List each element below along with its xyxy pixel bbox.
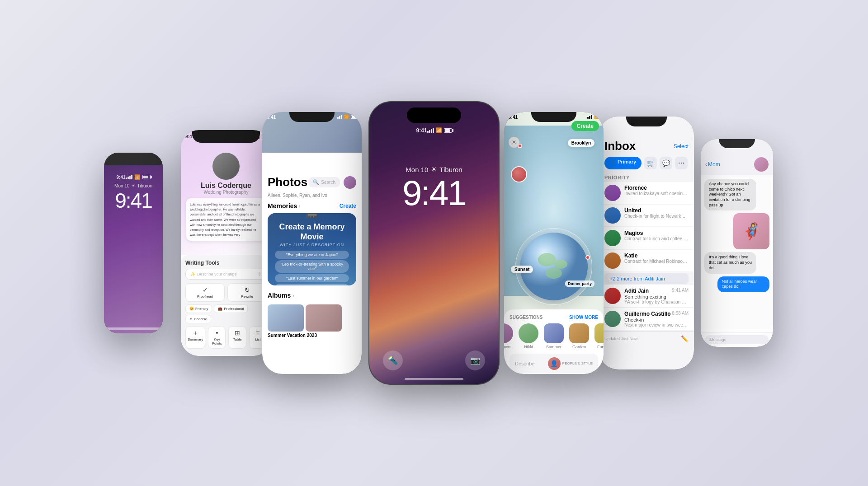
tag-concise[interactable]: ✦ Concise	[185, 315, 211, 323]
florence-avatar	[604, 185, 621, 201]
person-avatar	[212, 153, 240, 180]
maps-search-bar[interactable]: Describe 👤 PEOPLE & STYLE	[509, 354, 598, 374]
carmen-avatar-img	[504, 323, 513, 343]
leftmost-screen: 9:41 📶 Mon 10 ☀ Tiburon	[104, 153, 163, 333]
more-messages[interactable]: +2 2 more from Aditi Jain	[604, 273, 689, 284]
maps-person-avatar	[511, 166, 527, 182]
mail-item-katie[interactable]: Katie Contract for Michael Robinson's bo…	[599, 250, 694, 272]
tab-message[interactable]: 💬	[660, 157, 672, 169]
svg-point-2	[554, 260, 567, 269]
messages-screen: ‹ Mom Any chance you could come to Chico…	[701, 139, 773, 347]
tab-cart[interactable]: 🛒	[644, 157, 657, 169]
sun-icon: ☀	[131, 183, 135, 188]
rewrite-button[interactable]: ↻ Rewrite	[227, 283, 267, 302]
album-thumb-1	[268, 304, 304, 332]
wifi-icon: 📶	[134, 174, 141, 180]
album-thumbnails	[268, 303, 356, 332]
memory-input[interactable]: ✨ Describe a Memory...	[275, 284, 349, 285]
camera-button[interactable]: 📷	[465, 350, 485, 370]
imessage-input[interactable]: iMessage	[705, 335, 769, 344]
lock-date-row: Mon 10 ☀ Tiburon	[406, 165, 462, 173]
katie-avatar	[604, 252, 621, 269]
albums-header: Albums ›	[262, 290, 362, 301]
maps-create-button[interactable]: Create	[571, 121, 599, 131]
avatar-nikki: Nikki	[519, 323, 538, 349]
maps-close-button[interactable]: ✕	[509, 137, 519, 148]
phone-center: 9:41 📶 Mon 10 ☀ Tiburon 9:41	[368, 101, 500, 385]
back-label: Mom	[708, 161, 720, 168]
keypoints-button[interactable]: • Key Points	[208, 326, 226, 349]
katie-name: Katie	[624, 252, 689, 259]
status-icons: 📶	[126, 174, 151, 180]
phone-writing: 9:41 📶 Luis Coderque Wedding Photography…	[181, 130, 271, 356]
summer-label: Summer	[546, 345, 561, 349]
show-more-button[interactable]: SHOW MORE	[569, 315, 598, 320]
lock-time: 9:41	[402, 175, 466, 210]
status-icons: 📶	[427, 127, 452, 133]
back-button[interactable]: ‹ Mom	[705, 161, 720, 168]
tag-friendly[interactable]: 😊 Friendly	[185, 304, 212, 313]
message-2: It's a good thing I love that cat as muc…	[704, 252, 756, 273]
florence-subject: Invited to izakaya soft opening by Flore…	[624, 191, 689, 196]
mail-item-aditi[interactable]: Aditi Jain 9:41 AM Something exciting YA…	[599, 285, 694, 308]
create-memories-button[interactable]: Create	[340, 203, 356, 209]
guillermo-content: Guillermo Castillo 8:58 AM Check-in Next…	[624, 311, 689, 327]
magios-name: Magios	[624, 230, 689, 236]
proofread-button[interactable]: ✓ Proofread	[185, 283, 225, 302]
wifi-icon: 📶	[344, 115, 349, 119]
mail-item-united[interactable]: United Check-in for flight to Newark EWR…	[599, 205, 694, 227]
tag-professional[interactable]: 💼 Professional	[214, 304, 248, 313]
memory-title: Create a Memory Movie	[275, 222, 349, 242]
search-bar[interactable]: 🔍 Search	[308, 177, 340, 187]
dynamic-island	[407, 107, 461, 123]
mail-item-florence[interactable]: Florence Invited to izakaya soft opening…	[599, 182, 694, 204]
photos-title: Photos	[268, 175, 307, 189]
maps-background: Brooklyn Sunset Dinner party	[504, 126, 604, 296]
search-icon: 🔍	[313, 179, 319, 185]
memories-label-row: Memories ›	[268, 202, 301, 210]
writing-tools-header: Writing Tools ✕	[185, 260, 267, 266]
people-style-section: 👤 PEOPLE & STYLE	[548, 357, 593, 370]
tab-more[interactable]: ⋯	[675, 157, 688, 169]
united-subject: Check-in for flight to Newark EWR from S…	[624, 214, 689, 219]
memory-chip-3[interactable]: "Last summer in our garden"	[275, 274, 349, 282]
notch	[192, 130, 260, 143]
wifi-icon: 📶	[594, 115, 599, 119]
select-button[interactable]: Select	[674, 143, 689, 150]
compose-icon[interactable]: ✏️	[681, 335, 689, 342]
signal-icon	[126, 175, 132, 179]
maps-screen: 9:41 📶 Create ✕	[504, 112, 604, 374]
close-icon: ✕	[509, 137, 519, 148]
signal-icon	[587, 115, 592, 119]
signal-icon	[337, 115, 342, 119]
flashlight-button[interactable]: 🔦	[383, 350, 403, 370]
messages-input-bar: iMessage	[701, 332, 773, 347]
describe-input[interactable]: ✨ Describe your change 🎙	[185, 269, 267, 280]
florence-content: Florence Invited to izakaya soft opening…	[624, 185, 689, 201]
summary-button[interactable]: + Summary	[185, 326, 205, 349]
memories-label: Memories	[268, 202, 297, 210]
keypoints-icon: •	[210, 329, 223, 336]
mail-tabs: 👤 Primary 🛒 💬 ⋯	[599, 157, 694, 173]
status-time: 9:41	[267, 115, 276, 120]
people-style-label: PEOPLE & STYLE	[562, 361, 593, 366]
imessage-placeholder: iMessage	[709, 337, 726, 342]
mail-item-magios[interactable]: Magios Contract for lunch and coffee for…	[599, 227, 694, 249]
phone-mail: Inbox Select 👤 Primary 🛒 💬 ⋯ PRIORITY Fl…	[599, 117, 694, 369]
tab-primary[interactable]: 👤 Primary	[604, 157, 642, 169]
chevron-right-icon: ›	[292, 293, 294, 298]
photos-title-row: Photos 🔍 Search	[262, 153, 362, 193]
mail-header-actions: Select	[674, 143, 689, 150]
aditi-content: Aditi Jain 9:41 AM Something exciting YA…	[624, 288, 689, 304]
memory-chip-1[interactable]: "Everything we ate in Japan"	[275, 251, 349, 259]
writing-tags: 😊 Friendly 💼 Professional ✦ Concise	[185, 304, 267, 323]
united-content: United Check-in for flight to Newark EWR…	[624, 207, 689, 224]
writing-tools-panel: Writing Tools ✕ ✨ Describe your change 🎙…	[181, 255, 271, 356]
table-button[interactable]: ⊞ Table	[228, 326, 246, 349]
message-3: Not all heroes wear capes do!	[717, 276, 769, 292]
memory-chip-2[interactable]: "Leo trick-or-treating with a spooky vib…	[275, 260, 349, 273]
mail-item-guillermo[interactable]: Guillermo Castillo 8:58 AM Check-in Next…	[599, 308, 694, 331]
avatar-carmen: Carmen	[504, 323, 513, 349]
notch	[626, 117, 667, 126]
mic-icon: 🎙	[258, 272, 262, 276]
